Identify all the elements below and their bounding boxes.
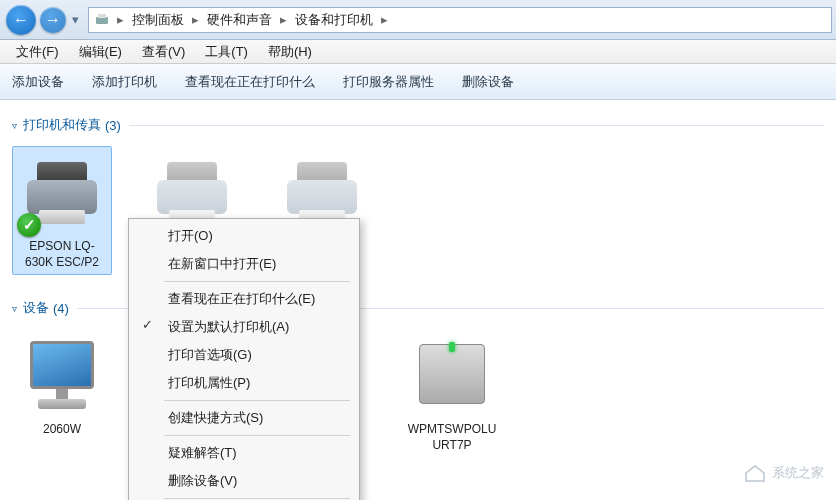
separator <box>164 435 350 436</box>
watermark-text: 系统之家 <box>772 464 824 482</box>
ctx-printer-props[interactable]: 打印机属性(P) <box>132 369 356 397</box>
arrow-right-icon: → <box>45 11 61 29</box>
print-server-props-button[interactable]: 打印服务器属性 <box>343 73 434 91</box>
ctx-print-prefs[interactable]: 打印首选项(G) <box>132 341 356 369</box>
section-label: 打印机和传真 <box>23 116 101 134</box>
content-area: ▿ 打印机和传真 (3) ✓ EPSON LQ-630K ESC/P2 ▿ 设备… <box>0 100 836 500</box>
ctx-open-new-window[interactable]: 在新窗口中打开(E) <box>132 250 356 278</box>
device-item-monitor[interactable]: 2060W <box>12 329 112 458</box>
collapse-icon: ▿ <box>12 120 17 131</box>
context-menu: 打开(O) 在新窗口中打开(E) 查看现在正在打印什么(E) ✓ 设置为默认打印… <box>128 218 360 500</box>
item-label: 2060W <box>17 422 107 438</box>
see-print-queue-button[interactable]: 查看现在正在打印什么 <box>185 73 315 91</box>
navigation-bar: ← → ▾ ▸ 控制面板 ▸ 硬件和声音 ▸ 设备和打印机 ▸ <box>0 0 836 40</box>
ctx-troubleshoot[interactable]: 疑难解答(T) <box>132 439 356 467</box>
ctx-remove[interactable]: 删除设备(V) <box>132 467 356 495</box>
back-button[interactable]: ← <box>6 5 36 35</box>
ctx-open[interactable]: 打开(O) <box>132 222 356 250</box>
section-header-printers[interactable]: ▿ 打印机和传真 (3) <box>12 116 824 134</box>
ctx-create-shortcut[interactable]: 创建快捷方式(S) <box>132 404 356 432</box>
section-label: 设备 <box>23 299 49 317</box>
watermark: 系统之家 <box>744 464 824 482</box>
menu-view[interactable]: 查看(V) <box>132 41 195 63</box>
forward-button[interactable]: → <box>40 7 66 33</box>
separator <box>164 400 350 401</box>
breadcrumb-item[interactable]: 硬件和声音 <box>201 11 278 29</box>
section-rule <box>129 125 824 126</box>
house-icon <box>744 464 766 482</box>
command-toolbar: 添加设备 添加打印机 查看现在正在打印什么 打印服务器属性 删除设备 <box>0 64 836 100</box>
menu-tools[interactable]: 工具(T) <box>195 41 258 63</box>
chevron-right-icon: ▸ <box>379 12 390 27</box>
collapse-icon: ▿ <box>12 303 17 314</box>
menu-help[interactable]: 帮助(H) <box>258 41 322 63</box>
breadcrumb-item[interactable]: 控制面板 <box>126 11 190 29</box>
remove-device-button[interactable]: 删除设备 <box>462 73 514 91</box>
checkmark-icon: ✓ <box>142 317 153 332</box>
separator <box>164 498 350 499</box>
drive-icon <box>411 334 493 416</box>
menu-file[interactable]: 文件(F) <box>6 41 69 63</box>
printer-item-epson[interactable]: ✓ EPSON LQ-630K ESC/P2 <box>12 146 112 275</box>
svg-rect-1 <box>98 14 106 18</box>
ctx-set-default-label: 设置为默认打印机(A) <box>168 319 289 334</box>
breadcrumb-item[interactable]: 设备和打印机 <box>289 11 379 29</box>
device-item-drive[interactable]: WPMTSWPOLUURT7P <box>402 329 502 458</box>
printer-icon: ✓ <box>21 151 103 233</box>
add-printer-button[interactable]: 添加打印机 <box>92 73 157 91</box>
item-label: WPMTSWPOLUURT7P <box>407 422 497 453</box>
item-label: EPSON LQ-630K ESC/P2 <box>17 239 107 270</box>
history-dropdown[interactable]: ▾ <box>68 12 82 27</box>
printer-location-icon <box>93 11 111 29</box>
address-bar[interactable]: ▸ 控制面板 ▸ 硬件和声音 ▸ 设备和打印机 ▸ <box>88 7 832 33</box>
menu-edit[interactable]: 编辑(E) <box>69 41 132 63</box>
separator <box>164 281 350 282</box>
section-count: (4) <box>53 301 69 316</box>
section-count: (3) <box>105 118 121 133</box>
ctx-see-queue[interactable]: 查看现在正在打印什么(E) <box>132 285 356 313</box>
add-device-button[interactable]: 添加设备 <box>12 73 64 91</box>
chevron-right-icon: ▸ <box>190 12 201 27</box>
chevron-right-icon: ▸ <box>278 12 289 27</box>
menu-bar: 文件(F) 编辑(E) 查看(V) 工具(T) 帮助(H) <box>0 40 836 64</box>
monitor-icon <box>21 334 103 416</box>
ctx-set-default[interactable]: ✓ 设置为默认打印机(A) <box>132 313 356 341</box>
svg-rect-0 <box>96 17 108 24</box>
arrow-left-icon: ← <box>13 11 29 29</box>
chevron-right-icon: ▸ <box>115 12 126 27</box>
default-check-icon: ✓ <box>17 213 41 237</box>
